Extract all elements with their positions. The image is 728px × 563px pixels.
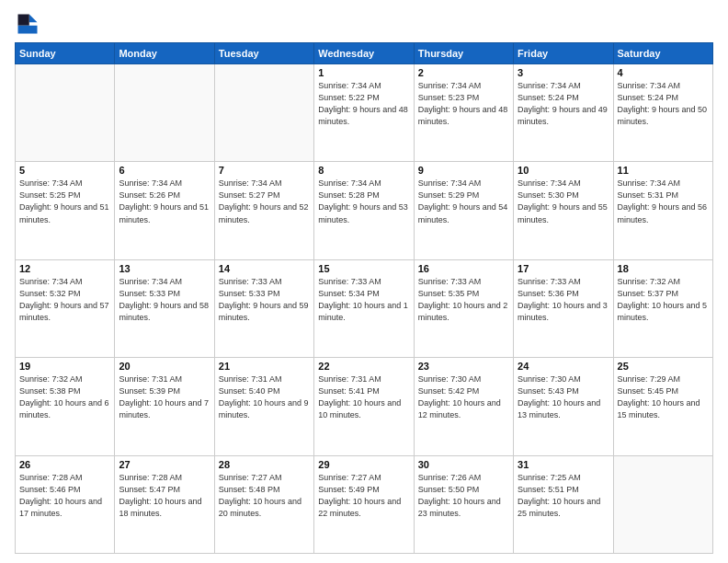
day-number: 7 [219, 165, 310, 176]
day-info: Sunrise: 7:27 AM Sunset: 5:49 PM Dayligh… [318, 472, 409, 520]
calendar-cell [115, 64, 214, 162]
calendar-cell [214, 64, 313, 162]
calendar-cell [16, 64, 115, 162]
day-number: 31 [518, 459, 609, 470]
calendar-cell: 10Sunrise: 7:34 AM Sunset: 5:30 PM Dayli… [514, 162, 613, 259]
day-number: 15 [318, 263, 409, 274]
day-info: Sunrise: 7:34 AM Sunset: 5:30 PM Dayligh… [518, 178, 609, 225]
calendar-cell: 15Sunrise: 7:33 AM Sunset: 5:34 PM Dayli… [314, 259, 414, 357]
day-info: Sunrise: 7:31 AM Sunset: 5:40 PM Dayligh… [219, 373, 310, 421]
day-number: 8 [318, 165, 409, 176]
day-info: Sunrise: 7:29 AM Sunset: 5:45 PM Dayligh… [618, 373, 709, 421]
calendar-cell: 13Sunrise: 7:34 AM Sunset: 5:33 PM Dayli… [115, 259, 214, 357]
day-number: 27 [119, 459, 210, 470]
header [15, 11, 713, 37]
calendar-week-row: 26Sunrise: 7:28 AM Sunset: 5:46 PM Dayli… [16, 455, 713, 553]
calendar-cell: 31Sunrise: 7:25 AM Sunset: 5:51 PM Dayli… [514, 455, 613, 553]
day-info: Sunrise: 7:33 AM Sunset: 5:33 PM Dayligh… [219, 276, 310, 324]
day-number: 25 [618, 361, 709, 372]
day-info: Sunrise: 7:25 AM Sunset: 5:51 PM Dayligh… [518, 472, 609, 520]
day-info: Sunrise: 7:26 AM Sunset: 5:50 PM Dayligh… [418, 472, 509, 520]
day-info: Sunrise: 7:32 AM Sunset: 5:37 PM Dayligh… [618, 276, 709, 324]
day-number: 18 [618, 263, 709, 274]
day-info: Sunrise: 7:34 AM Sunset: 5:32 PM Dayligh… [19, 276, 110, 324]
logo [15, 11, 44, 37]
calendar-cell: 2Sunrise: 7:34 AM Sunset: 5:23 PM Daylig… [414, 64, 513, 162]
day-info: Sunrise: 7:31 AM Sunset: 5:39 PM Dayligh… [119, 373, 210, 421]
weekday-header-row: SundayMondayTuesdayWednesdayThursdayFrid… [16, 43, 713, 64]
calendar-cell: 5Sunrise: 7:34 AM Sunset: 5:25 PM Daylig… [16, 162, 115, 259]
calendar-cell: 7Sunrise: 7:34 AM Sunset: 5:27 PM Daylig… [214, 162, 313, 259]
day-number: 13 [119, 263, 210, 274]
calendar-cell: 20Sunrise: 7:31 AM Sunset: 5:39 PM Dayli… [115, 358, 214, 455]
calendar-cell: 18Sunrise: 7:32 AM Sunset: 5:37 PM Dayli… [613, 259, 712, 357]
day-info: Sunrise: 7:34 AM Sunset: 5:26 PM Dayligh… [119, 178, 210, 225]
calendar-table: SundayMondayTuesdayWednesdayThursdayFrid… [15, 42, 713, 554]
calendar-cell: 29Sunrise: 7:27 AM Sunset: 5:49 PM Dayli… [314, 455, 414, 553]
day-number: 1 [318, 67, 409, 78]
day-number: 29 [318, 459, 409, 470]
day-number: 11 [618, 165, 709, 176]
day-number: 21 [219, 361, 310, 372]
weekday-header-cell: Sunday [16, 43, 115, 64]
calendar-body: 1Sunrise: 7:34 AM Sunset: 5:22 PM Daylig… [16, 64, 713, 554]
weekday-header-cell: Monday [115, 43, 214, 64]
calendar-cell: 6Sunrise: 7:34 AM Sunset: 5:26 PM Daylig… [115, 162, 214, 259]
calendar-cell: 19Sunrise: 7:32 AM Sunset: 5:38 PM Dayli… [16, 358, 115, 455]
weekday-header-cell: Saturday [613, 43, 712, 64]
logo-icon [15, 11, 40, 37]
calendar-cell [613, 455, 712, 553]
calendar-cell: 14Sunrise: 7:33 AM Sunset: 5:33 PM Dayli… [214, 259, 313, 357]
day-number: 24 [518, 361, 609, 372]
calendar-cell: 25Sunrise: 7:29 AM Sunset: 5:45 PM Dayli… [613, 358, 712, 455]
day-number: 28 [219, 459, 310, 470]
day-info: Sunrise: 7:34 AM Sunset: 5:27 PM Dayligh… [219, 178, 310, 225]
svg-marker-1 [29, 15, 38, 23]
day-info: Sunrise: 7:33 AM Sunset: 5:36 PM Dayligh… [518, 276, 609, 324]
calendar-cell: 12Sunrise: 7:34 AM Sunset: 5:32 PM Dayli… [16, 259, 115, 357]
calendar-cell: 21Sunrise: 7:31 AM Sunset: 5:40 PM Dayli… [214, 358, 313, 455]
day-info: Sunrise: 7:34 AM Sunset: 5:28 PM Dayligh… [318, 178, 409, 225]
calendar-cell: 22Sunrise: 7:31 AM Sunset: 5:41 PM Dayli… [314, 358, 414, 455]
calendar-week-row: 12Sunrise: 7:34 AM Sunset: 5:32 PM Dayli… [16, 259, 713, 357]
calendar-week-row: 5Sunrise: 7:34 AM Sunset: 5:25 PM Daylig… [16, 162, 713, 259]
svg-rect-3 [18, 26, 38, 34]
calendar-cell: 3Sunrise: 7:34 AM Sunset: 5:24 PM Daylig… [514, 64, 613, 162]
weekday-header-cell: Thursday [414, 43, 513, 64]
day-number: 3 [518, 67, 609, 78]
weekday-header-cell: Friday [514, 43, 613, 64]
day-number: 12 [19, 263, 110, 274]
day-number: 2 [418, 67, 509, 78]
day-info: Sunrise: 7:33 AM Sunset: 5:35 PM Dayligh… [418, 276, 509, 324]
day-info: Sunrise: 7:33 AM Sunset: 5:34 PM Dayligh… [318, 276, 409, 324]
day-number: 19 [19, 361, 110, 372]
day-number: 9 [418, 165, 509, 176]
day-number: 22 [318, 361, 409, 372]
calendar-cell: 11Sunrise: 7:34 AM Sunset: 5:31 PM Dayli… [613, 162, 712, 259]
calendar-cell: 16Sunrise: 7:33 AM Sunset: 5:35 PM Dayli… [414, 259, 513, 357]
day-number: 6 [119, 165, 210, 176]
calendar-cell: 8Sunrise: 7:34 AM Sunset: 5:28 PM Daylig… [314, 162, 414, 259]
day-info: Sunrise: 7:34 AM Sunset: 5:33 PM Dayligh… [119, 276, 210, 324]
day-info: Sunrise: 7:34 AM Sunset: 5:22 PM Dayligh… [318, 80, 409, 128]
day-info: Sunrise: 7:34 AM Sunset: 5:24 PM Dayligh… [518, 80, 609, 128]
calendar-week-row: 19Sunrise: 7:32 AM Sunset: 5:38 PM Dayli… [16, 358, 713, 455]
day-number: 17 [518, 263, 609, 274]
calendar-cell: 1Sunrise: 7:34 AM Sunset: 5:22 PM Daylig… [314, 64, 414, 162]
day-info: Sunrise: 7:34 AM Sunset: 5:23 PM Dayligh… [418, 80, 509, 128]
day-info: Sunrise: 7:32 AM Sunset: 5:38 PM Dayligh… [19, 373, 110, 421]
day-number: 4 [618, 67, 709, 78]
day-info: Sunrise: 7:27 AM Sunset: 5:48 PM Dayligh… [219, 472, 310, 520]
page: SundayMondayTuesdayWednesdayThursdayFrid… [0, 0, 728, 563]
calendar-cell: 17Sunrise: 7:33 AM Sunset: 5:36 PM Dayli… [514, 259, 613, 357]
day-info: Sunrise: 7:34 AM Sunset: 5:31 PM Dayligh… [618, 178, 709, 225]
day-info: Sunrise: 7:30 AM Sunset: 5:42 PM Dayligh… [418, 373, 509, 421]
calendar-week-row: 1Sunrise: 7:34 AM Sunset: 5:22 PM Daylig… [16, 64, 713, 162]
day-info: Sunrise: 7:30 AM Sunset: 5:43 PM Dayligh… [518, 373, 609, 421]
day-number: 30 [418, 459, 509, 470]
calendar-cell: 30Sunrise: 7:26 AM Sunset: 5:50 PM Dayli… [414, 455, 513, 553]
day-number: 26 [19, 459, 110, 470]
calendar-cell: 9Sunrise: 7:34 AM Sunset: 5:29 PM Daylig… [414, 162, 513, 259]
day-number: 10 [518, 165, 609, 176]
weekday-header-cell: Tuesday [214, 43, 313, 64]
